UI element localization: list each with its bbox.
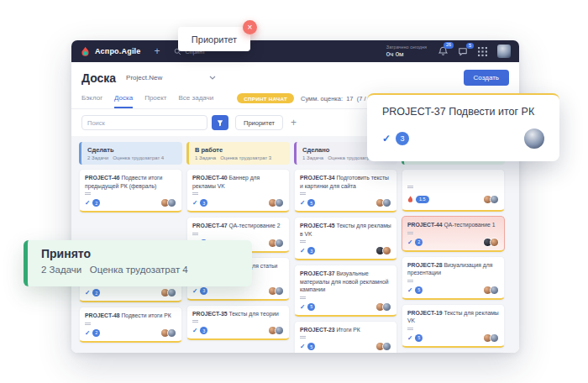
avatar [490, 286, 499, 295]
priority-filter-chip[interactable]: Приоритет [235, 115, 283, 130]
avatar [382, 198, 391, 207]
assignee-avatars [486, 333, 499, 343]
task-card-footer: ✓ 2 [85, 198, 176, 207]
done-check-icon: ✓ [300, 303, 305, 311]
user-avatar[interactable] [497, 45, 511, 58]
task-id: PROJECT-40 [192, 175, 228, 181]
tab-2[interactable]: Доска [114, 91, 133, 108]
task-card-title [407, 174, 499, 183]
tab-4[interactable]: Все задачи [179, 91, 214, 108]
app-logo[interactable]: Аспро.Agile [80, 46, 141, 57]
task-card[interactable]: PROJECT-45 Тексты для рекламы в VK ✓ 3 [294, 217, 397, 260]
task-card-footer: ✓ 5 [300, 302, 391, 312]
task-card[interactable]: PROJECT-19 Тексты для рекламы VK ✓ 5 [402, 304, 505, 348]
estimate-badge: 3 [307, 247, 315, 254]
assignee-avatars [378, 246, 391, 255]
task-card-footer: ✓ 1.5 [407, 192, 499, 207]
task-card[interactable]: PROJECT-48 Подвести итоги РК ✓ 2 [79, 307, 182, 343]
estimate-badge: 5 [415, 286, 423, 294]
task-card-title: PROJECT-19 Тексты для рекламы VK [407, 309, 499, 325]
project-name: Project.New [126, 74, 162, 81]
overdue-flame-icon [407, 192, 413, 207]
task-title: Итоги РК [336, 327, 360, 333]
done-check-icon: ✓ [85, 289, 90, 296]
assignee-avatars [163, 288, 176, 297]
column-header[interactable]: В работе 1 Задача Оценка трудозатрат 3 [186, 142, 290, 165]
task-card-title: PROJECT-44 QA-тестирование 1 [407, 221, 499, 229]
estimate-badge: 2 [92, 329, 100, 337]
done-check-icon: ✓ [85, 329, 90, 337]
assignee-avatars [486, 286, 499, 295]
avatar [275, 286, 284, 296]
messages-button[interactable]: 5 [458, 47, 468, 56]
quick-add-button[interactable]: + [155, 46, 160, 56]
task-card-title: PROJECT-48 Подвести итоги РК [85, 312, 176, 320]
time-tracker[interactable]: Затрачено сегодня 0ч 0м [386, 45, 427, 58]
time-pill: 1.5 [416, 196, 429, 203]
app-name: Аспро.Agile [95, 47, 141, 55]
description-icon [192, 192, 284, 195]
screenshot-stage: Аспро.Agile + Спринт Затрачено сегодня 0… [0, 0, 588, 383]
task-card[interactable]: PROJECT-16 Подвести итоги РК ✓ [402, 352, 505, 353]
task-id: PROJECT-47 [192, 223, 228, 228]
task-card-popup[interactable]: PROJECT-37 Подвести итог РК ✓ 3 [367, 93, 559, 161]
project-selector[interactable]: Project.New [126, 74, 216, 81]
chat-icon [458, 47, 468, 56]
search-input[interactable] [81, 115, 207, 130]
add-filter-button[interactable]: + [291, 118, 297, 128]
summary-text: Сумм. оценка: 17 (7 / 7) [301, 95, 373, 102]
description-icon [300, 296, 391, 299]
page-header: Доска Project.New Создать [71, 62, 519, 87]
task-card[interactable]: PROJECT-28 Визуализация для презентации … [402, 256, 505, 300]
tab-1[interactable]: Бэклог [81, 91, 102, 108]
task-card[interactable]: PROJECT-35 Тексты для теории ✓ 3 [186, 305, 290, 341]
apps-menu-button[interactable] [478, 47, 487, 56]
filter-button[interactable] [212, 115, 228, 130]
assignee-avatars [486, 238, 499, 247]
estimate-badge: 2 [92, 199, 100, 207]
accepted-column-popup: Принято 2 Задачи Оценка трудозатрат 4 [24, 240, 252, 286]
task-card-title: PROJECT-28 Визуализация для презентации [407, 261, 499, 277]
task-card[interactable]: PROJECT-40 Баннер для рекламы VK ✓ 3 [186, 169, 290, 212]
task-id: PROJECT-45 [300, 223, 335, 228]
column-meta: 2 Задачи Оценка трудозатрат 4 [87, 155, 176, 160]
notifications-button[interactable]: 26 [438, 46, 448, 56]
task-card[interactable]: PROJECT-37 Визуальные материалы для ново… [294, 265, 397, 317]
messages-badge: 5 [466, 43, 474, 50]
description-icon [85, 192, 176, 195]
task-id: PROJECT-28 [407, 262, 443, 268]
create-button[interactable]: Создать [464, 70, 509, 86]
task-card-footer: ✓ 5 [300, 198, 391, 207]
task-card[interactable]: PROJECT-46 Подвести итоги предыдущей РК … [79, 169, 182, 212]
avatar [490, 195, 499, 204]
assignee-avatars [163, 328, 176, 338]
task-id: PROJECT-46 [85, 175, 120, 181]
assignee-avatars [378, 342, 391, 351]
funnel-icon [217, 119, 223, 127]
assignee-avatars [486, 195, 499, 204]
tab-3[interactable]: Проект [144, 91, 166, 108]
priority-tooltip-label: Приоритет [192, 34, 237, 45]
description-icon [85, 323, 176, 325]
assignee-avatars [270, 286, 284, 296]
kanban-column: Принято 2 Задачи Оценка трудозатрат 4 ✓ … [402, 142, 505, 347]
task-card[interactable]: PROJECT-23 Итоги РК ✓ 5 [294, 321, 397, 353]
task-id: PROJECT-34 [300, 175, 335, 181]
task-card-title: PROJECT-46 Подвести итоги предыдущей РК … [85, 174, 176, 190]
avatar [275, 326, 284, 335]
close-icon[interactable]: × [243, 20, 257, 34]
column-header[interactable]: Сделать 2 Задачи Оценка трудозатрат 4 [79, 142, 182, 165]
column-title: Сделать [87, 146, 176, 154]
task-card[interactable]: PROJECT-34 Подготовить тексты и картинки… [294, 169, 397, 212]
assignee-avatars [163, 198, 176, 207]
task-card[interactable]: ✓ 1.5 [402, 169, 505, 212]
description-icon [300, 336, 391, 338]
topbar-right-cluster: Затрачено сегодня 0ч 0м 26 5 [386, 45, 511, 58]
avatar [275, 239, 284, 248]
task-card-title: PROJECT-35 Тексты для теории [192, 310, 284, 318]
estimate-badge: 2 [415, 239, 423, 246]
task-card-footer: ✓ 2 [407, 238, 499, 247]
task-card-title: PROJECT-37 Визуальные материалы для ново… [300, 270, 391, 294]
task-card[interactable]: PROJECT-44 QA-тестирование 1 ✓ 2 [402, 216, 505, 252]
grid-icon [478, 47, 487, 56]
